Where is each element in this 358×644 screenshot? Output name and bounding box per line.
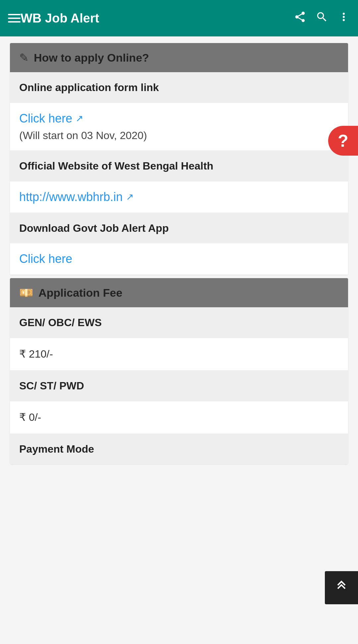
- download-app-link-text: Click here: [19, 252, 72, 266]
- menu-icon[interactable]: [8, 14, 21, 23]
- app-bar-icons: [294, 11, 350, 26]
- sc-st-pwd-label: SC/ ST/ PWD: [19, 380, 84, 392]
- sc-st-pwd-fee-value: ₹ 0/-: [19, 411, 41, 423]
- back-to-top-button[interactable]: [325, 571, 358, 604]
- gen-obc-ews-label-row: GEN/ OBC/ EWS: [10, 307, 348, 338]
- app-bar: WB Job Alert: [0, 0, 358, 36]
- download-app-label: Download Govt Job Alert App: [19, 222, 169, 234]
- main-content: ✎ How to apply Online? Online applicatio…: [0, 36, 358, 474]
- help-button[interactable]: ?: [328, 126, 358, 156]
- sc-st-pwd-label-row: SC/ ST/ PWD: [10, 371, 348, 401]
- application-fee-title: Application Fee: [38, 286, 122, 299]
- online-form-link[interactable]: Click here ↗︎: [19, 112, 83, 125]
- official-website-label-row: Official Website of West Bengal Health: [10, 151, 348, 181]
- download-app-link-row: Click here: [10, 243, 348, 275]
- download-app-label-row: Download Govt Job Alert App: [10, 213, 348, 244]
- official-website-link-row: http://www.wbhrb.in ↗︎: [10, 181, 348, 213]
- gen-fee-value: ₹ 210/-: [19, 348, 53, 360]
- app-title: WB Job Alert: [21, 11, 294, 25]
- application-fee-header: 💴 Application Fee: [10, 278, 348, 307]
- online-form-link-row: Click here ↗︎ (Will start on 03 Nov, 202…: [10, 103, 348, 151]
- help-button-icon: ?: [338, 131, 348, 151]
- how-to-apply-title: How to apply Online?: [34, 51, 149, 64]
- external-link-icon: ↗︎: [76, 113, 83, 124]
- fee-icon: 💴: [19, 286, 33, 299]
- sc-st-pwd-fee-value-row: ₹ 0/-: [10, 401, 348, 434]
- official-website-label: Official Website of West Bengal Health: [19, 160, 213, 172]
- online-form-link-label-row: Online application form link: [10, 72, 348, 103]
- official-website-url: http://www.wbhrb.in: [19, 190, 123, 204]
- online-form-link-label: Online application form link: [19, 81, 159, 93]
- payment-mode-label: Payment Mode: [19, 443, 94, 455]
- download-app-link[interactable]: Click here: [19, 252, 72, 266]
- edit-icon: ✎: [19, 51, 29, 64]
- back-to-top-icon: [333, 578, 350, 597]
- payment-mode-label-row: Payment Mode: [10, 434, 348, 465]
- application-fee-section: 💴 Application Fee GEN/ OBC/ EWS ₹ 210/- …: [10, 278, 348, 464]
- gen-obc-ews-label: GEN/ OBC/ EWS: [19, 317, 102, 328]
- external-link-icon-2: ↗︎: [126, 191, 134, 202]
- how-to-apply-header: ✎ How to apply Online?: [10, 43, 348, 72]
- search-icon[interactable]: [316, 11, 328, 26]
- online-form-link-text: Click here: [19, 112, 72, 125]
- online-form-start-date: (Will start on 03 Nov, 2020): [19, 129, 339, 142]
- share-icon[interactable]: [294, 11, 306, 26]
- more-icon[interactable]: [337, 11, 350, 26]
- gen-fee-value-row: ₹ 210/-: [10, 338, 348, 371]
- official-website-link[interactable]: http://www.wbhrb.in ↗︎: [19, 190, 134, 204]
- how-to-apply-section: ✎ How to apply Online? Online applicatio…: [10, 43, 348, 275]
